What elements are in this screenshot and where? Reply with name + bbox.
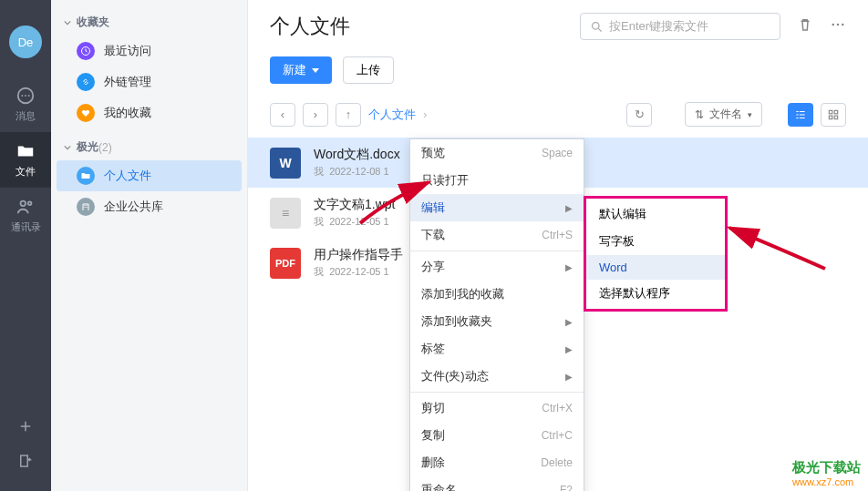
clock-icon <box>77 42 95 60</box>
forward-button[interactable]: › <box>303 103 328 127</box>
menu-item[interactable]: 预览Space <box>410 139 584 167</box>
menu-item[interactable]: 下载Ctrl+S <box>410 221 584 249</box>
menu-item[interactable]: 编辑▶ <box>410 194 584 221</box>
menu-item[interactable]: 添加到我的收藏 <box>410 281 584 308</box>
edit-submenu: 默认编辑写字板Word选择默认程序 <box>584 196 728 312</box>
button-label: 新建 <box>283 62 306 78</box>
section-count: (2) <box>98 141 112 154</box>
sidebar-personal-files[interactable]: 个人文件 <box>57 160 242 191</box>
section-favorites[interactable]: 收藏夹 <box>51 9 247 36</box>
sidebar-external-links[interactable]: 外链管理 <box>51 66 247 97</box>
sidebar-item-label: 我的收藏 <box>104 105 151 121</box>
menu-item[interactable]: 只读打开 <box>410 167 584 194</box>
menu-item[interactable]: 文件(夹)动态▶ <box>410 363 584 390</box>
svg-rect-11 <box>829 110 832 114</box>
menu-item[interactable]: 复制Ctrl+C <box>410 422 584 449</box>
svg-point-3 <box>28 95 30 97</box>
submenu-item[interactable]: Word <box>586 255 725 280</box>
header: 个人文件 按Enter键搜索文件 <box>248 0 868 49</box>
heart-icon <box>77 104 95 122</box>
export-icon <box>17 453 34 469</box>
nav-messages[interactable]: 消息 <box>0 77 51 132</box>
up-button[interactable]: ↑ <box>336 103 361 127</box>
sort-label: 文件名 <box>709 107 742 122</box>
caret-down-icon <box>64 144 71 151</box>
menu-item[interactable]: 剪切Ctrl+X <box>410 394 584 422</box>
svg-rect-12 <box>834 110 838 114</box>
section-jiguang[interactable]: 极光 (2) <box>51 134 247 160</box>
contacts-icon <box>16 197 36 217</box>
plus-icon <box>17 418 34 435</box>
link-icon <box>77 73 95 91</box>
sidebar-item-label: 个人文件 <box>104 168 151 184</box>
file-name: 文字文稿1.wpt <box>314 197 395 213</box>
sidebar: 收藏夹 最近访问 外链管理 我的收藏 极光 (2) 个人文件 企业公共库 <box>51 0 248 491</box>
new-button[interactable]: 新建 <box>270 56 332 84</box>
watermark-title: 极光下载站 <box>792 459 861 476</box>
svg-point-2 <box>25 95 26 97</box>
svg-point-1 <box>21 95 23 97</box>
svg-point-5 <box>28 202 32 206</box>
submenu-item[interactable]: 写字板 <box>586 228 725 255</box>
export-button[interactable] <box>17 445 34 480</box>
svg-rect-13 <box>829 116 832 119</box>
folder-icon <box>16 141 36 161</box>
left-nav: De 消息 文件 通讯录 <box>0 0 51 491</box>
search-input[interactable]: 按Enter键搜索文件 <box>580 13 780 40</box>
sidebar-item-label: 企业公共库 <box>104 199 163 215</box>
svg-point-10 <box>842 24 844 26</box>
sidebar-item-label: 外链管理 <box>104 74 151 90</box>
sidebar-enterprise-lib[interactable]: 企业公共库 <box>51 191 247 222</box>
nav-label: 消息 <box>16 109 36 123</box>
chevron-down-icon: ▾ <box>748 110 752 119</box>
nav-contacts[interactable]: 通讯录 <box>0 188 51 243</box>
pathbar: ‹ › ↑ 个人文件 › ↻ ⇅ 文件名 ▾ <box>248 97 868 136</box>
toolbar: 新建 上传 <box>248 49 868 97</box>
nav-files[interactable]: 文件 <box>0 132 51 188</box>
more-icon[interactable] <box>830 16 846 36</box>
delete-icon[interactable] <box>797 16 813 36</box>
submenu-item[interactable]: 选择默认程序 <box>586 280 725 307</box>
sort-button[interactable]: ⇅ 文件名 ▾ <box>685 102 762 127</box>
sidebar-my-favorites[interactable]: 我的收藏 <box>51 97 247 128</box>
svg-point-4 <box>21 201 26 207</box>
sidebar-item-label: 最近访问 <box>104 43 151 59</box>
add-button[interactable] <box>17 411 34 445</box>
section-label: 收藏夹 <box>77 15 109 30</box>
caret-down-icon <box>64 19 71 26</box>
file-sub: 我 2022-12-05 1 <box>314 265 403 279</box>
nav-label: 文件 <box>16 165 36 179</box>
svg-point-7 <box>593 22 600 29</box>
submenu-item[interactable]: 默认编辑 <box>586 200 725 228</box>
nav-bottom <box>0 411 51 491</box>
folder-icon <box>77 167 95 185</box>
building-icon <box>77 198 95 216</box>
upload-button[interactable]: 上传 <box>343 56 394 84</box>
file-sub: 我 2022-12-05 1 <box>314 215 395 229</box>
page-title: 个人文件 <box>270 13 350 40</box>
svg-point-8 <box>832 24 834 26</box>
svg-point-9 <box>837 24 840 26</box>
breadcrumb[interactable]: 个人文件 <box>368 107 416 123</box>
section-label: 极光 <box>77 139 98 155</box>
menu-item[interactable]: 添加到收藏夹▶ <box>410 308 584 335</box>
file-name: Word文档.docx <box>314 147 400 163</box>
menu-item[interactable]: 重命名F2 <box>410 476 584 491</box>
menu-item[interactable]: 分享▶ <box>410 253 584 281</box>
back-button[interactable]: ‹ <box>270 103 295 127</box>
message-icon <box>16 86 36 106</box>
context-menu: 预览Space只读打开编辑▶下载Ctrl+S分享▶添加到我的收藏添加到收藏夹▶标… <box>409 138 584 491</box>
watermark: 极光下载站 www.xz7.com <box>792 459 861 487</box>
refresh-button[interactable]: ↻ <box>626 103 652 127</box>
sidebar-recent[interactable]: 最近访问 <box>51 36 247 66</box>
menu-item[interactable]: 删除Delete <box>410 449 584 476</box>
avatar[interactable]: De <box>9 26 42 58</box>
pdf-file-icon: PDF <box>270 248 301 279</box>
word-file-icon: W <box>270 148 301 179</box>
menu-item[interactable]: 标签▶ <box>410 335 584 363</box>
watermark-url: www.xz7.com <box>792 476 861 487</box>
search-icon <box>590 20 604 34</box>
chevron-down-icon <box>312 68 319 73</box>
list-view-button[interactable] <box>788 103 813 127</box>
grid-view-button[interactable] <box>821 103 846 127</box>
